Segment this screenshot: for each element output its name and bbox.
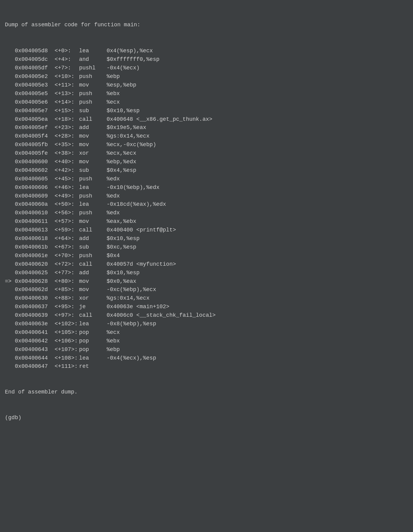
arrow-indicator bbox=[5, 72, 15, 81]
instruction-line: 0x004005df <+7>: pushl -0x4(%ecx) bbox=[5, 64, 408, 72]
mnemonic: add bbox=[79, 124, 106, 132]
offset: <+18>: bbox=[54, 115, 79, 124]
offset: <+40>: bbox=[54, 158, 79, 166]
mnemonic: lea bbox=[79, 47, 106, 55]
offset: <+28>: bbox=[54, 132, 79, 141]
offset: <+108>: bbox=[54, 354, 79, 363]
mnemonic: mov bbox=[79, 81, 106, 90]
mnemonic: mov bbox=[79, 217, 106, 226]
mnemonic: mov bbox=[79, 141, 106, 149]
operand: %ebx bbox=[106, 90, 120, 98]
offset: <+45>: bbox=[54, 175, 79, 183]
arrow-indicator bbox=[5, 55, 15, 64]
address: 0x004005dc bbox=[15, 55, 54, 64]
offset: <+59>: bbox=[54, 226, 79, 235]
operand: %eax,%ebx bbox=[106, 217, 136, 226]
arrow-indicator bbox=[5, 166, 15, 175]
mnemonic: mov bbox=[79, 132, 106, 141]
mnemonic: add bbox=[79, 269, 106, 277]
arrow-indicator bbox=[5, 183, 15, 192]
address: 0x004005e2 bbox=[15, 72, 54, 81]
offset: <+111>: bbox=[54, 362, 79, 371]
instruction-line: 0x00400637 <+95>: je 0x40063e <main+102> bbox=[5, 303, 408, 311]
address: 0x0040061b bbox=[15, 243, 54, 252]
arrow-indicator bbox=[5, 200, 15, 209]
dump-footer: End of assembler dump. bbox=[5, 388, 408, 397]
address: 0x00400639 bbox=[15, 311, 54, 320]
operand: 0x4(%esp),%ecx bbox=[106, 47, 153, 55]
address: 0x004005ef bbox=[15, 124, 54, 132]
operand: %esp,%ebp bbox=[106, 81, 136, 90]
instruction-line: 0x004005f4 <+28>: mov %gs:0x14,%ecx bbox=[5, 132, 408, 141]
instruction-line: 0x00400641 <+105>: pop %ecx bbox=[5, 328, 408, 337]
address: 0x00400641 bbox=[15, 328, 54, 337]
operand: 0x40063e <main+102> bbox=[106, 303, 169, 311]
mnemonic: pop bbox=[79, 328, 106, 337]
address: 0x00400610 bbox=[15, 209, 54, 217]
operand: $0x10,%esp bbox=[106, 269, 140, 277]
offset: <+11>: bbox=[54, 81, 79, 90]
offset: <+49>: bbox=[54, 192, 79, 201]
operand: -0x18cd(%eax),%edx bbox=[106, 200, 166, 209]
mnemonic: sub bbox=[79, 166, 106, 175]
instruction-line: 0x0040060a <+50>: lea -0x18cd(%eax),%edx bbox=[5, 200, 408, 209]
operand: $0x10,%esp bbox=[106, 235, 140, 243]
instruction-line: 0x00400618 <+64>: add $0x10,%esp bbox=[5, 235, 408, 243]
arrow-indicator bbox=[5, 107, 15, 115]
address: 0x004005fb bbox=[15, 141, 54, 149]
offset: <+107>: bbox=[54, 345, 79, 354]
instruction-line: 0x004005ef <+23>: add $0x19e5,%eax bbox=[5, 124, 408, 132]
gdb-prompt: (gdb) bbox=[5, 414, 408, 422]
mnemonic: push bbox=[79, 175, 106, 183]
instruction-line: 0x004005e7 <+15>: sub $0x10,%esp bbox=[5, 107, 408, 115]
arrow-indicator bbox=[5, 252, 15, 260]
arrow-indicator bbox=[5, 345, 15, 354]
address: 0x004005e6 bbox=[15, 98, 54, 107]
offset: <+4>: bbox=[54, 55, 79, 64]
operand: %edx bbox=[106, 209, 120, 217]
mnemonic: mov bbox=[79, 158, 106, 166]
offset: <+97>: bbox=[54, 311, 79, 320]
operand: %ecx bbox=[106, 98, 120, 107]
address: 0x0040063e bbox=[15, 320, 54, 328]
mnemonic: call bbox=[79, 115, 106, 124]
operand: %gs:0x14,%ecx bbox=[106, 132, 149, 141]
operand: -0x4(%ecx) bbox=[106, 64, 140, 72]
operand: %ebx bbox=[106, 337, 120, 345]
address: 0x00400600 bbox=[15, 158, 54, 166]
instruction-line: 0x00400611 <+57>: mov %eax,%ebx bbox=[5, 217, 408, 226]
mnemonic: push bbox=[79, 252, 106, 260]
mnemonic: add bbox=[79, 235, 106, 243]
instruction-line: 0x004005e3 <+11>: mov %esp,%ebp bbox=[5, 81, 408, 90]
mnemonic: call bbox=[79, 260, 106, 269]
operand: %ebp bbox=[106, 345, 120, 354]
mnemonic: mov bbox=[79, 286, 106, 294]
offset: <+15>: bbox=[54, 107, 79, 115]
operand: 0x400400 <printf@plt> bbox=[106, 226, 176, 235]
operand: %ebp bbox=[106, 72, 120, 81]
offset: <+102>: bbox=[54, 320, 79, 328]
mnemonic: push bbox=[79, 192, 106, 201]
mnemonic: je bbox=[79, 303, 106, 311]
mnemonic: pushl bbox=[79, 64, 106, 72]
instruction-line: 0x0040062d <+85>: mov -0xc(%ebp),%ecx bbox=[5, 286, 408, 294]
arrow-indicator bbox=[5, 64, 15, 72]
operand: -0x10(%ebp),%edx bbox=[106, 183, 159, 192]
offset: <+70>: bbox=[54, 252, 79, 260]
mnemonic: lea bbox=[79, 354, 106, 363]
offset: <+14>: bbox=[54, 98, 79, 107]
address: 0x00400642 bbox=[15, 337, 54, 345]
instruction-line: 0x00400605 <+45>: push %edx bbox=[5, 175, 408, 183]
instruction-line: 0x00400609 <+49>: push %edx bbox=[5, 192, 408, 201]
arrow-indicator bbox=[5, 320, 15, 328]
arrow-indicator bbox=[5, 328, 15, 337]
arrow-indicator bbox=[5, 217, 15, 226]
arrow-indicator bbox=[5, 175, 15, 183]
instruction-line: 0x00400625 <+77>: add $0x10,%esp bbox=[5, 269, 408, 277]
mnemonic: sub bbox=[79, 107, 106, 115]
arrow-indicator bbox=[5, 149, 15, 158]
instruction-line: 0x00400642 <+106>: pop %ebx bbox=[5, 337, 408, 345]
address: 0x00400618 bbox=[15, 235, 54, 243]
offset: <+50>: bbox=[54, 200, 79, 209]
offset: <+13>: bbox=[54, 90, 79, 98]
